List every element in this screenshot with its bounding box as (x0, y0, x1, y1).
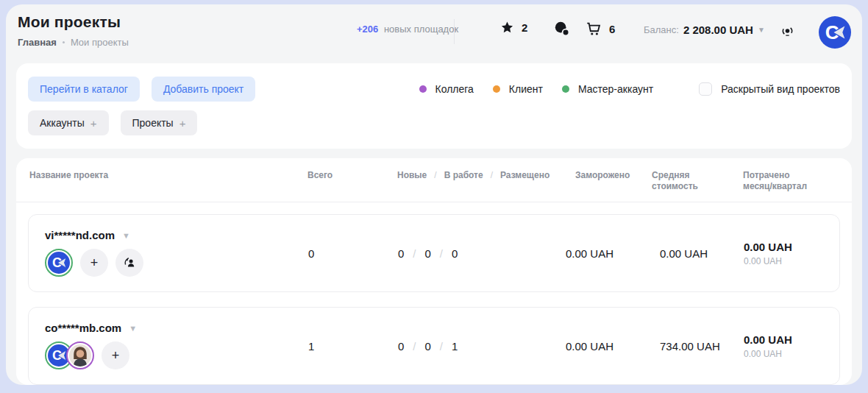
legend-client-label: Клиент (509, 83, 543, 95)
new-value: 0 (398, 247, 404, 260)
breadcrumb-separator (63, 41, 65, 43)
plus-icon: + (179, 117, 186, 130)
column-header-new: Новые (397, 170, 427, 181)
master-account-avatar[interactable]: C (45, 249, 73, 277)
table-header: Название проекта Всего Новые / В работе … (16, 158, 852, 202)
notifications-button[interactable] (780, 24, 795, 39)
client-dot-icon (493, 85, 500, 93)
legend-master-account: Мастер-аккаунт (562, 83, 653, 95)
projects-filter-button[interactable]: Проекты + (121, 110, 198, 135)
column-header-in-progress: В работе (444, 170, 483, 181)
expanded-view-label: Раскрытый вид проектов (721, 83, 840, 95)
user-transfer-icon (122, 255, 137, 270)
project-row: vi*****nd.com ▼ C + (28, 214, 840, 292)
table-header-divider (16, 202, 852, 202)
statuses-values: 0 / 0 / 1 (398, 340, 566, 353)
project-cell: vi*****nd.com ▼ C + (45, 215, 308, 291)
plus-icon: + (90, 255, 99, 271)
header-divider (454, 19, 455, 44)
legend-master-account-label: Мастер-аккаунт (578, 83, 653, 95)
spent-values: 0.00 UAH 0.00 UAH (744, 333, 839, 359)
slash-separator: / (413, 247, 416, 260)
spent-month-value: 0.00 UAH (744, 333, 839, 346)
balance-value: 2 208.00 UAH (683, 24, 753, 36)
new-value: 0 (398, 340, 404, 353)
add-member-button[interactable]: + (80, 249, 108, 277)
column-header-placed: Размещено (500, 170, 549, 181)
new-platforms-link[interactable]: +206 новых площадок (357, 24, 458, 35)
new-platforms-count: +206 (357, 24, 378, 35)
project-name-dropdown[interactable]: co*****mb.com ▼ (45, 322, 308, 334)
project-name-dropdown[interactable]: vi*****nd.com ▼ (45, 229, 308, 241)
in-progress-value: 0 (425, 340, 431, 353)
star-icon (500, 21, 514, 35)
slash-separator: / (413, 340, 416, 353)
chevron-down-icon: ▼ (129, 324, 137, 333)
chevron-down-icon: ▼ (758, 26, 765, 34)
projects-table-card: Название проекта Всего Новые / В работе … (16, 158, 852, 385)
plus-icon: + (90, 117, 97, 130)
balance-dropdown[interactable]: Баланс: 2 208.00 UAH ▼ (644, 24, 765, 36)
collaborator-logo[interactable]: C (819, 16, 851, 49)
legend-client: Клиент (493, 83, 543, 95)
add-member-button[interactable]: + (102, 341, 129, 369)
spent-quarter-value: 0.00 UAH (744, 256, 839, 266)
colleague-dot-icon (419, 85, 427, 93)
expanded-view-toggle[interactable]: Раскрытый вид проектов (699, 82, 840, 96)
column-header-avg-cost: Средняя стоимость (652, 170, 719, 192)
projects-filter-label: Проекты (132, 117, 174, 129)
breadcrumb: Главная Мои проекты (18, 37, 129, 48)
app-window: Мои проекты Главная Мои проекты +206 нов… (6, 4, 862, 385)
spent-values: 0.00 UAH 0.00 UAH (744, 241, 839, 266)
cart-icon (586, 21, 602, 37)
legend-colleague: Коллега (419, 83, 474, 95)
legend-colleague-label: Коллега (435, 83, 474, 95)
frozen-value: 0.00 UAH (566, 247, 652, 260)
project-row: co*****mb.com ▼ C (28, 307, 840, 385)
avg-cost-value: 0.00 UAH (652, 247, 744, 260)
project-name: co*****mb.com (45, 322, 121, 334)
column-header-total: Всего (307, 170, 397, 181)
toolbar-card: Перейти в каталог Добавить проект Коллег… (16, 63, 852, 149)
accounts-filter-button[interactable]: Аккаунты + (28, 110, 109, 135)
notifications-icon (780, 24, 795, 39)
statuses-values: 0 / 0 / 0 (398, 247, 566, 260)
project-avatars: C + (45, 249, 308, 277)
master-account-dot-icon (562, 85, 569, 93)
cart-count: 6 (609, 23, 615, 35)
placed-value: 0 (452, 247, 458, 260)
placed-value: 1 (452, 340, 458, 353)
add-project-button[interactable]: Добавить проект (152, 77, 255, 102)
spent-quarter-value: 0.00 UAH (744, 349, 839, 359)
column-header-spent: Потрачено месяц/квартал (743, 170, 811, 192)
chat-icon (554, 21, 570, 37)
breadcrumb-current: Мои проекты (71, 37, 129, 48)
slash-separator: / (440, 247, 443, 260)
slash-separator: / (491, 170, 493, 181)
new-platforms-label: новых площадок (384, 24, 458, 35)
total-value: 0 (308, 247, 398, 260)
go-to-catalog-button[interactable]: Перейти в каталог (28, 77, 140, 102)
chevron-down-icon: ▼ (122, 231, 130, 240)
slash-separator: / (440, 340, 443, 353)
column-header-frozen: Заморожено (565, 170, 652, 181)
in-progress-value: 0 (425, 247, 431, 260)
breadcrumb-home[interactable]: Главная (18, 37, 57, 48)
favorites-count: 2 (522, 21, 527, 34)
slash-separator: / (434, 170, 436, 181)
transfer-project-button[interactable] (115, 249, 143, 277)
avg-cost-value: 734.00 UAH (652, 340, 744, 353)
accounts-filter-label: Аккаунты (40, 117, 85, 129)
total-value: 1 (308, 340, 398, 353)
plus-icon: + (112, 348, 120, 364)
header: Мои проекты Главная Мои проекты +206 нов… (6, 4, 862, 63)
favorites-button[interactable]: 2 (500, 21, 527, 35)
page-title: Мои проекты (18, 13, 121, 31)
cart-button[interactable]: 6 (586, 21, 615, 37)
messages-button[interactable] (554, 21, 570, 37)
column-header-statuses: Новые / В работе / Размещено (397, 170, 565, 181)
column-header-name: Название проекта (29, 170, 307, 181)
expanded-view-checkbox[interactable] (699, 82, 712, 96)
colleague-avatar[interactable] (66, 341, 94, 369)
spent-month-value: 0.00 UAH (744, 241, 839, 253)
